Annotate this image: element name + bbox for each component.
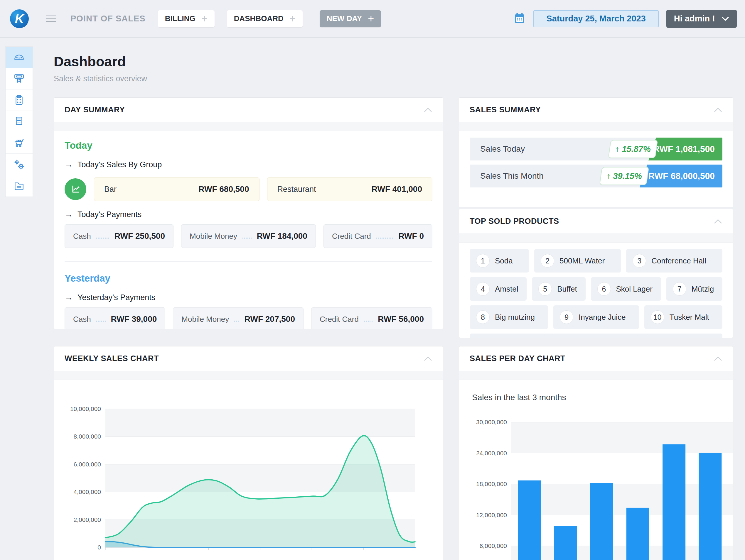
sidebar-item-documents[interactable]	[6, 175, 33, 197]
page-subtitle: Sales & statistics overview	[54, 74, 733, 83]
percent-badge: ↑39.15%	[600, 167, 649, 185]
per-day-bar-chart: 6,000,00012,000,00018,000,00024,000,0003…	[459, 410, 733, 560]
dashboard-button[interactable]: DASHBOARD +	[227, 10, 303, 27]
payment-credit-card: Credit Card RWF 0	[323, 224, 432, 248]
sales-month-label: Sales This Month	[469, 171, 544, 181]
today-heading: Today	[65, 140, 432, 151]
arrow-up-icon: ↑	[615, 144, 620, 154]
sidebar-item-receipts[interactable]	[6, 111, 33, 132]
weekly-sales-chart-card: WEEKLY SALES CHART 02,000,0004,000,0006,…	[54, 346, 443, 560]
sidebar-item-pos-terminal[interactable]	[6, 90, 33, 111]
svg-text:12,000,000: 12,000,000	[476, 512, 507, 518]
product-chip[interactable]: 6Skol Lager	[591, 277, 661, 301]
product-chip[interactable]: 9Inyange Juice	[553, 305, 639, 329]
today-groups-label: → Today's Sales By Group	[65, 160, 432, 169]
user-menu-label: Hi admin !	[674, 14, 715, 24]
sidebar-item-dashboard[interactable]	[6, 47, 33, 68]
collapse-chevron-up-icon[interactable]	[424, 107, 432, 113]
arrow-up-icon: ↑	[607, 171, 611, 181]
billing-button[interactable]: BILLING +	[158, 10, 215, 27]
svg-text:0: 0	[97, 544, 101, 551]
cart-icon	[13, 137, 25, 149]
weekly-area-chart: 02,000,0004,000,0006,000,0008,000,00010,…	[54, 380, 443, 560]
dashboard-gauge-icon	[13, 51, 25, 63]
sales-group-restaurant: Restaurant RWF 401,000	[267, 177, 433, 201]
sales-month-value: RWF 68,000,500	[640, 165, 722, 187]
card-band	[459, 234, 733, 243]
collapse-chevron-up-icon[interactable]	[714, 107, 722, 113]
svg-text:6,000,000: 6,000,000	[480, 542, 507, 549]
product-chip[interactable]: 5Buffet	[532, 277, 585, 301]
product-name: Tusker Malt	[670, 313, 709, 322]
card-band	[54, 122, 443, 131]
product-name: Inyange Juice	[579, 313, 625, 322]
product-chip[interactable]: 11Hot Milk	[469, 334, 722, 338]
collapse-chevron-up-icon[interactable]	[424, 356, 432, 361]
top-products-title: TOP SOLD PRODUCTS	[469, 217, 559, 226]
product-rank: 2	[541, 254, 554, 268]
svg-text:24,000,000: 24,000,000	[476, 450, 507, 456]
app-logo[interactable]: K	[10, 9, 29, 28]
billing-button-label: BILLING	[165, 14, 195, 23]
product-chip[interactable]: 1Soda	[469, 249, 529, 273]
top-bar: K POINT OF SALES BILLING + DASHBOARD + N…	[0, 0, 745, 38]
svg-text:2,000,000: 2,000,000	[74, 516, 101, 523]
plus-icon: +	[289, 12, 296, 25]
sales-today-row: Sales Today ↑15.87% RWF 1,081,500	[469, 138, 722, 161]
sales-chart-icon	[65, 178, 86, 200]
product-name: 500ML Water	[559, 256, 605, 266]
product-chip-list: 1Soda2500ML Water3Conference Hall4Amstel…	[459, 243, 733, 338]
svg-text:18,000,000: 18,000,000	[476, 481, 507, 487]
percent-badge: ↑15.87%	[608, 140, 658, 158]
pos-terminal-icon	[13, 94, 25, 106]
today-payments-label: → Today's Payments	[65, 210, 432, 219]
plus-icon: +	[368, 12, 374, 25]
plus-icon: +	[201, 12, 207, 25]
hamburger-menu-icon[interactable]	[46, 15, 56, 22]
product-name: Mützig	[691, 285, 714, 294]
collapse-chevron-up-icon[interactable]	[714, 219, 722, 224]
product-rank: 4	[476, 282, 490, 296]
folder-docs-icon	[13, 180, 25, 192]
product-chip[interactable]: 10Tusker Malt	[644, 305, 722, 329]
svg-text:8,000,000: 8,000,000	[74, 433, 101, 440]
product-chip[interactable]: 3Conference Hall	[626, 249, 722, 273]
product-chip[interactable]: 2500ML Water	[534, 249, 621, 273]
top-products-card: TOP SOLD PRODUCTS 1Soda2500ML Water3Conf…	[459, 209, 733, 338]
user-menu-button[interactable]: Hi admin !	[666, 10, 737, 28]
date-picker[interactable]: Saturday 25, March 2023	[533, 10, 659, 27]
yesterday-heading: Yesterday	[65, 273, 432, 284]
sidebar-item-cash-withdraw[interactable]	[6, 68, 33, 90]
arrow-right-icon: →	[65, 293, 73, 302]
sidebar-item-purchases[interactable]	[6, 132, 33, 154]
svg-text:30,000,000: 30,000,000	[476, 419, 507, 425]
settings-gears-icon	[13, 158, 25, 170]
calendar-icon[interactable]	[513, 12, 526, 26]
product-chip[interactable]: 4Amstel	[469, 277, 527, 301]
sidebar-item-settings[interactable]	[6, 154, 33, 175]
sales-today-value: RWF 1,081,500	[648, 138, 722, 161]
payment-cash: Cash RWF 250,500	[65, 224, 173, 248]
product-rank: 3	[633, 254, 646, 268]
page-title: Dashboard	[54, 54, 733, 70]
product-rank: 6	[597, 282, 611, 296]
product-name: Skol Lager	[616, 285, 652, 294]
product-chip[interactable]: 7Mützig	[666, 277, 722, 301]
collapse-chevron-up-icon[interactable]	[714, 356, 722, 361]
weekly-chart-title: WEEKLY SALES CHART	[65, 354, 159, 363]
payment-mobile-money: Mobile Money RWF 207,500	[173, 308, 303, 329]
product-rank: 7	[673, 282, 686, 296]
day-summary-card: DAY SUMMARY Today → Today's Sales By Gro…	[54, 97, 443, 329]
sales-per-day-chart-card: SALES PER DAY CHART Sales in the last 3 …	[459, 346, 733, 560]
product-chip[interactable]: 8Big mutzing	[469, 305, 548, 329]
sales-month-row: Sales This Month ↑39.15% RWF 68,000,500	[469, 165, 722, 187]
new-day-button[interactable]: NEW DAY +	[320, 10, 381, 27]
product-rank: 8	[476, 310, 490, 324]
product-name: Buffet	[557, 285, 577, 294]
yesterday-payments-label: → Yesterday's Payments	[65, 293, 432, 302]
product-rank: 10	[651, 310, 664, 324]
card-band	[459, 122, 733, 131]
sales-today-label: Sales Today	[469, 144, 525, 154]
new-day-button-label: NEW DAY	[327, 14, 362, 23]
sales-summary-card: SALES SUMMARY Sales Today ↑15.87% RWF 1	[459, 97, 733, 207]
